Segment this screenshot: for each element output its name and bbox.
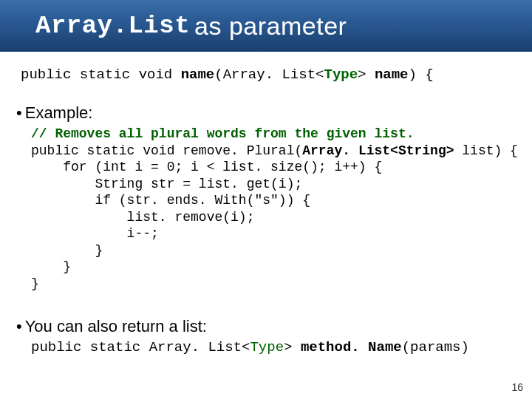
bullet-return-text: You can also return a list: <box>25 317 207 335</box>
ret-prefix: public static Array. List< <box>31 339 250 355</box>
code-l9: } <box>31 276 39 291</box>
sig-type: Type <box>324 66 358 83</box>
ret-mid: > <box>284 339 301 355</box>
bullet-example: •Example: <box>16 103 511 123</box>
title-rest: as parameter <box>194 12 347 41</box>
code-l1c: list) { <box>454 143 518 158</box>
code-l1a: public static void remove. Plural( <box>31 143 302 158</box>
code-l4: if (str. ends. With("s")) { <box>31 193 310 208</box>
bullet-example-text: Example: <box>25 103 93 122</box>
sig-name1: name <box>181 66 215 83</box>
code-l1b: Array. List<String> <box>302 143 454 158</box>
sig-name2: name <box>375 66 409 83</box>
bullet-dot-icon: • <box>16 317 22 335</box>
slide-title: Array.List as parameter <box>0 0 532 52</box>
return-signature: public static Array. List<Type> method. … <box>31 339 511 355</box>
bullet-return: •You can also return a list: <box>16 317 511 336</box>
code-l3: String str = list. get(i); <box>31 177 302 191</box>
code-l8: } <box>31 259 71 274</box>
slide-content: public static void name(Array. List<Type… <box>0 52 532 355</box>
code-block: // Removes all plural words from the giv… <box>31 126 511 292</box>
sig-end: ) { <box>409 66 434 83</box>
sig-prefix: public static void <box>21 66 181 83</box>
slide: Array.List as parameter public static vo… <box>0 0 532 399</box>
sig-open: (Array. List< <box>214 66 324 83</box>
bullet-dot-icon: • <box>16 103 22 122</box>
method-signature: public static void name(Array. List<Type… <box>21 66 511 83</box>
page-number: 16 <box>511 381 523 393</box>
code-l2: for (int i = 0; i < list. size(); i++) { <box>31 160 382 174</box>
ret-params: (params) <box>402 339 469 355</box>
ret-type: Type <box>250 339 284 355</box>
code-l5: list. remove(i); <box>31 210 254 225</box>
code-comment: // Removes all plural words from the giv… <box>31 126 414 141</box>
code-l6: i--; <box>31 226 159 241</box>
sig-close: > <box>358 66 375 83</box>
ret-method: method. Name <box>301 339 402 355</box>
title-mono: Array.List <box>35 12 190 40</box>
code-l7: } <box>31 243 103 258</box>
